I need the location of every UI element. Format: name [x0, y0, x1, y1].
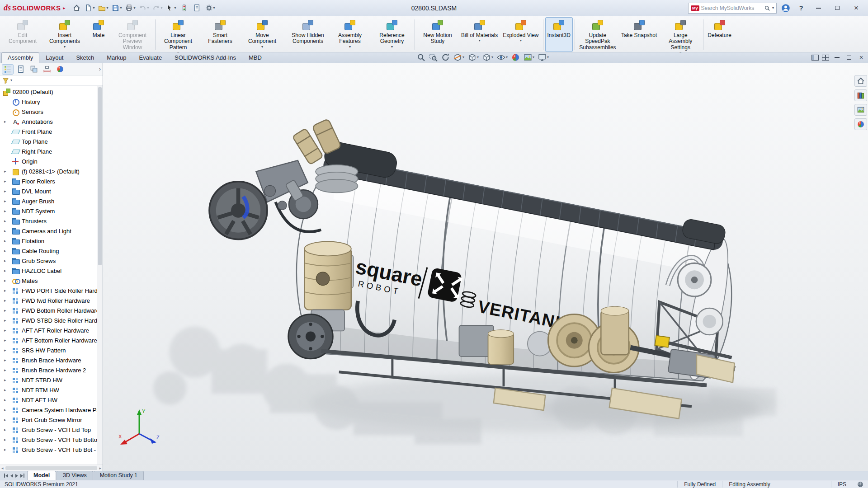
tree-item-brush-brace-hardware-2[interactable]: ▸Brush Brace Hardware 2	[0, 365, 97, 375]
expand-arrow-icon[interactable]: ▸	[4, 268, 6, 273]
ribbon-defeature-button[interactable]: Defeature	[705, 17, 734, 52]
caret-down-icon[interactable]: ▾	[349, 45, 351, 49]
expand-arrow-icon[interactable]: ▸	[4, 388, 6, 392]
expand-arrow-icon[interactable]: ▸	[4, 358, 6, 362]
tree-item-ndt-btm-hw[interactable]: ▸NDT BTM HW	[0, 385, 97, 395]
caret-down-icon[interactable]: ▾	[520, 39, 522, 42]
brush-plate-wheel[interactable]	[209, 182, 267, 239]
solidworks-resources-button[interactable]	[854, 75, 867, 87]
print-button[interactable]: ▾	[124, 2, 137, 14]
ribbon-mate-button[interactable]: Mate	[86, 17, 111, 52]
tree-item-floor-rollers[interactable]: ▸Floor Rollers	[0, 176, 97, 186]
tree-item-fwd-fwd-roller-hardware[interactable]: ▸FWD fwd Roller Hardware	[0, 296, 97, 305]
panel-expand-chevron-icon[interactable]: ›	[99, 66, 101, 72]
expand-arrow-icon[interactable]: ▸	[4, 328, 6, 333]
tree-item-grub-screw-vch-tub-bot-le[interactable]: ▸Grub Screw - VCH Tub Bot - Le	[0, 445, 97, 455]
scrollbar-thumb[interactable]	[98, 87, 102, 265]
filter-funnel-icon[interactable]	[2, 77, 9, 84]
tree-item-aft-aft-roller-hardware[interactable]: ▸AFT AFT Roller Hardware	[0, 325, 97, 335]
expand-arrow-icon[interactable]: ▸	[4, 199, 6, 203]
tree-item-grub-screw-vch-lid-top[interactable]: ▸Grub Screw - VCH Lid Top	[0, 425, 97, 435]
close-button[interactable]: ×	[848, 2, 864, 14]
expand-arrow-icon[interactable]: ▸	[4, 408, 6, 412]
tree-item-port-grub-screw-mirror[interactable]: ▸Port Grub Screw Mirror	[0, 415, 97, 425]
select-button[interactable]: ▾	[165, 2, 177, 14]
expand-arrow-icon[interactable]: ▸	[4, 368, 6, 372]
tab-solidworks-add-ins[interactable]: SOLIDWORKS Add-Ins	[168, 52, 242, 63]
caret-down-icon[interactable]: ▾	[133, 6, 135, 10]
tree-item-ndt-aft-hw[interactable]: ▸NDT AFT HW	[0, 395, 97, 405]
expand-arrow-icon[interactable]: ▸	[4, 308, 6, 313]
tree-item-front-plane[interactable]: Front Plane	[0, 127, 97, 136]
caret-down-icon[interactable]: ▾	[506, 56, 508, 59]
panel-tab-displaymanager[interactable]	[54, 64, 66, 75]
port-canister-stack[interactable]	[304, 165, 358, 331]
tree-item-auger-brush[interactable]: ▸Auger Brush	[0, 196, 97, 206]
minimize-button[interactable]	[810, 2, 826, 14]
ribbon-bill-of-materials-button[interactable]: Bill of Materials▾	[459, 17, 500, 52]
menu-expand-arrow-icon[interactable]: ▸	[63, 5, 65, 10]
expand-arrow-icon[interactable]: ▸	[4, 209, 6, 213]
caret-down-icon[interactable]: ▾	[261, 45, 263, 49]
tree-item-camera-system-hardware-patt[interactable]: ▸Camera System Hardware Patt	[0, 405, 97, 415]
expand-arrow-icon[interactable]: ▸	[4, 348, 6, 352]
design-library-button[interactable]	[854, 89, 867, 101]
tree-item-grub-screws[interactable]: ▸Grub Screws	[0, 256, 97, 266]
zoom-to-fit-button[interactable]	[416, 53, 425, 62]
caret-down-icon[interactable]: ▾	[772, 6, 774, 10]
caret-down-icon[interactable]: ▾	[391, 45, 393, 49]
tree-item-thrusters[interactable]: ▸Thrusters	[0, 216, 97, 226]
tree-item-cable-routing[interactable]: ▸Cable Routing	[0, 246, 97, 256]
panel-tab-configurationmanager[interactable]	[28, 64, 40, 75]
tab-model[interactable]: Model	[27, 471, 56, 480]
ribbon-instant3d-button[interactable]: Instant3D	[545, 17, 573, 52]
view-orientation-button[interactable]: ▾	[467, 53, 479, 62]
tree-item-cameras-and-light[interactable]: ▸Cameras and Light	[0, 226, 97, 236]
tree-item-fwd-bottom-roller-hardware[interactable]: ▸FWD Bottom Roller Hardware	[0, 305, 97, 315]
prev-tab-icon[interactable]	[10, 474, 13, 478]
tree-item-ndt-stbd-hw[interactable]: ▸NDT STBD HW	[0, 375, 97, 385]
search-icon[interactable]	[764, 5, 770, 11]
view-settings-button[interactable]: ▾	[538, 53, 549, 62]
options-button[interactable]: ▾	[204, 2, 217, 14]
help-button[interactable]: ?	[795, 2, 807, 14]
next-tab-icon[interactable]	[15, 474, 18, 478]
tree-item-f-02881-1-default[interactable]: ▸(f) 02881<1> (Default)	[0, 166, 97, 176]
panel-tab-propertymanager[interactable]	[15, 64, 27, 75]
ribbon-smart-fasteners-button[interactable]: Smart Fasteners	[199, 17, 241, 52]
caret-down-icon[interactable]: ▾	[491, 56, 493, 59]
panel-tab-featuremanager-design-tree[interactable]	[2, 64, 14, 75]
expand-arrow-icon[interactable]: ▸	[4, 239, 6, 243]
model-3d-view[interactable]: square ROBOT VERITANK	[103, 63, 868, 471]
expand-arrow-icon[interactable]: ▸	[4, 278, 6, 283]
doc-close-button[interactable]: ×	[857, 53, 866, 61]
search-input[interactable]	[701, 5, 762, 11]
tree-item-flotation[interactable]: ▸Flotation	[0, 236, 97, 246]
ribbon-exploded-view-button[interactable]: Exploded View▾	[500, 17, 541, 52]
hide-show-items-button[interactable]: ▾	[496, 53, 508, 62]
tab-sketch[interactable]: Sketch	[70, 52, 100, 63]
scrollbar-thumb[interactable]	[5, 466, 98, 470]
new-document-button[interactable]: ▾	[83, 2, 96, 14]
tree-item-origin[interactable]: Origin	[0, 156, 97, 166]
caret-down-icon[interactable]: ▾	[547, 56, 549, 59]
ribbon-linear-component-pattern-button[interactable]: Linear Component Pattern▾	[157, 17, 199, 52]
expand-arrow-icon[interactable]: ▸	[4, 378, 6, 382]
expand-arrow-icon[interactable]: ▸	[4, 169, 6, 174]
tab-assembly[interactable]: Assembly	[1, 52, 39, 63]
apply-scene-button[interactable]: ▾	[523, 53, 534, 62]
tree-item-history[interactable]: History	[0, 97, 97, 107]
caret-down-icon[interactable]: ▾	[213, 6, 215, 10]
caret-down-icon[interactable]: ▾	[533, 56, 534, 59]
pane-grid-icon[interactable]	[822, 55, 829, 61]
file-properties-button[interactable]	[191, 2, 203, 14]
previous-view-button[interactable]	[441, 53, 450, 62]
home-button[interactable]	[71, 2, 82, 14]
expand-arrow-icon[interactable]: ▸	[4, 229, 6, 233]
tree-item-ndt-system[interactable]: ▸NDT System	[0, 206, 97, 216]
expand-arrow-icon[interactable]: ▸	[4, 189, 6, 193]
caret-down-icon[interactable]: ▾	[106, 6, 108, 10]
scroll-left-icon[interactable]: ◂	[1, 466, 4, 470]
appearances-scenes-button[interactable]	[854, 118, 867, 130]
doc-minimize-button[interactable]	[832, 53, 841, 61]
